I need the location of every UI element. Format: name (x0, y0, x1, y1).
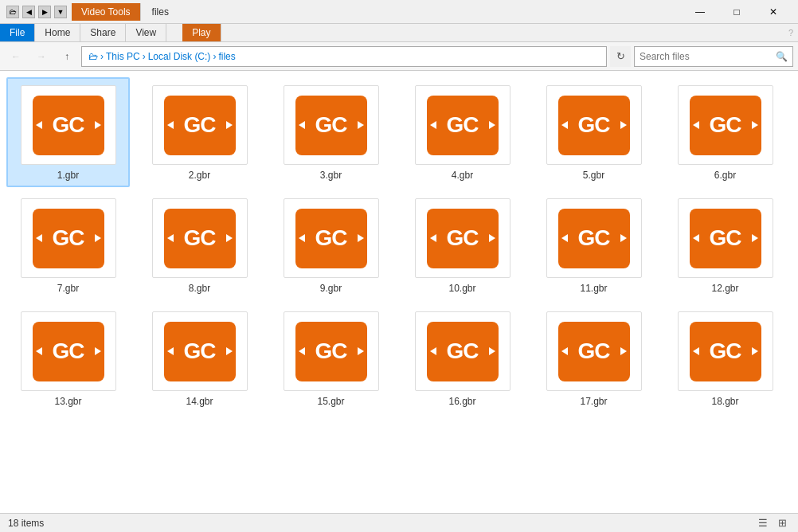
arrow-right-icon (358, 234, 364, 242)
file-thumbnail: GC (678, 311, 773, 391)
search-input[interactable] (640, 51, 773, 62)
arrow-right-icon (489, 347, 495, 355)
arrow-left-icon (561, 234, 568, 242)
gc-text: GC (578, 340, 610, 362)
file-name: 5.gbr (583, 170, 604, 181)
large-icons-view-icon[interactable]: ⊞ (774, 515, 790, 531)
file-item[interactable]: GC 8.gbr (138, 190, 261, 300)
search-icon: 🔍 (776, 51, 788, 62)
gc-logo: GC (33, 209, 104, 268)
context-tab-video-tools[interactable]: Video Tools (72, 3, 141, 21)
file-thumbnail: GC (152, 85, 248, 165)
tab-share[interactable]: Share (80, 24, 126, 41)
tab-file[interactable]: File (0, 24, 35, 41)
quick-access-3-icon[interactable]: ▼ (54, 6, 67, 18)
gc-text: GC (315, 114, 347, 136)
file-name: 8.gbr (189, 283, 210, 294)
gc-logo: GC (690, 322, 761, 381)
file-item[interactable]: GC 9.gbr (269, 190, 393, 300)
file-item[interactable]: GC 4.gbr (401, 77, 524, 187)
up-button[interactable]: ↑ (56, 45, 78, 68)
arrow-left-icon (299, 347, 305, 355)
file-thumbnail: GC (678, 198, 773, 278)
breadcrumb-folder-icon: 🗁 (88, 51, 98, 62)
arrow-right-icon (752, 234, 758, 242)
refresh-button[interactable]: ↻ (610, 46, 631, 67)
breadcrumb-files[interactable]: files (218, 51, 235, 62)
file-item[interactable]: GC 6.gbr (663, 77, 787, 187)
title-bar-left: 🗁 ◀ ▶ ▼ Video Tools files (6, 3, 169, 21)
file-item[interactable]: GC 1.gbr (6, 77, 130, 187)
gc-text: GC (578, 114, 610, 136)
quick-access-2-icon[interactable]: ▶ (38, 6, 51, 18)
tab-home[interactable]: Home (35, 24, 80, 41)
file-item[interactable]: GC 3.gbr (269, 77, 393, 187)
file-item[interactable]: GC 11.gbr (532, 190, 655, 300)
arrow-left-icon (430, 234, 436, 242)
back-button: ← (5, 45, 27, 68)
tab-play[interactable]: Play (182, 24, 221, 41)
arrow-left-icon (167, 234, 174, 242)
file-item[interactable]: GC 5.gbr (532, 77, 655, 187)
file-thumbnail: GC (21, 311, 116, 391)
title-bar-icons: 🗁 ◀ ▶ ▼ (6, 6, 67, 18)
gc-logo: GC (295, 96, 367, 155)
status-item-count: 18 items (8, 518, 44, 529)
file-name: 17.gbr (580, 396, 607, 407)
gc-logo: GC (33, 96, 104, 155)
quick-access-icon[interactable]: ◀ (22, 6, 35, 18)
file-item[interactable]: GC 15.gbr (269, 303, 393, 413)
file-item[interactable]: GC 10.gbr (401, 190, 524, 300)
help-icon[interactable]: ? (788, 28, 793, 37)
gc-logo: GC (690, 96, 761, 155)
file-name: 11.gbr (580, 283, 607, 294)
details-view-icon[interactable]: ☰ (755, 515, 771, 531)
file-item[interactable]: GC 13.gbr (6, 303, 130, 413)
gc-text: GC (53, 114, 84, 136)
search-box[interactable]: 🔍 (634, 46, 793, 67)
file-item[interactable]: GC 17.gbr (532, 303, 655, 413)
file-thumbnail: GC (284, 198, 379, 278)
file-item[interactable]: GC 18.gbr (663, 303, 787, 413)
minimize-button[interactable]: — (682, 0, 718, 24)
gc-logo: GC (164, 322, 236, 381)
gc-text: GC (53, 340, 84, 362)
gc-text: GC (710, 114, 741, 136)
arrow-right-icon (95, 121, 101, 129)
file-item[interactable]: GC 7.gbr (6, 190, 130, 300)
file-item[interactable]: GC 12.gbr (663, 190, 787, 300)
arrow-left-icon (561, 121, 568, 129)
file-thumbnail: GC (284, 85, 379, 165)
gc-logo: GC (690, 209, 761, 268)
file-item[interactable]: GC 14.gbr (138, 303, 261, 413)
arrow-left-icon (693, 234, 699, 242)
arrow-right-icon (489, 234, 495, 242)
breadcrumb-this-pc[interactable]: This PC (106, 51, 140, 62)
gc-logo: GC (427, 209, 499, 268)
gc-text: GC (710, 227, 741, 249)
file-item[interactable]: GC 2.gbr (138, 77, 261, 187)
ribbon: File Home Share View Play ? (0, 24, 798, 42)
arrow-right-icon (226, 121, 233, 129)
file-name: 3.gbr (320, 170, 342, 181)
file-thumbnail: GC (678, 85, 773, 165)
gc-text: GC (447, 340, 479, 362)
file-thumbnail: GC (415, 85, 510, 165)
maximize-button[interactable]: □ (718, 0, 755, 24)
gc-logo: GC (164, 209, 236, 268)
gc-logo: GC (427, 322, 499, 381)
file-item[interactable]: GC 16.gbr (401, 303, 524, 413)
gc-text: GC (315, 340, 347, 362)
file-name: 4.gbr (452, 170, 473, 181)
view-icons: ☰ ⊞ (755, 515, 790, 531)
arrow-right-icon (95, 347, 101, 355)
status-bar: 18 items ☰ ⊞ (0, 513, 798, 532)
file-name: 18.gbr (711, 396, 738, 407)
tab-view[interactable]: View (126, 24, 166, 41)
arrow-left-icon (693, 347, 699, 355)
breadcrumb-local-disk[interactable]: Local Disk (C:) (148, 51, 211, 62)
ribbon-tabs: File Home Share View Play ? (0, 24, 798, 41)
address-box[interactable]: 🗁 › This PC › Local Disk (C:) › files (81, 46, 607, 67)
breadcrumb-sep-2: › (143, 51, 146, 62)
close-button[interactable]: ✕ (755, 0, 792, 24)
